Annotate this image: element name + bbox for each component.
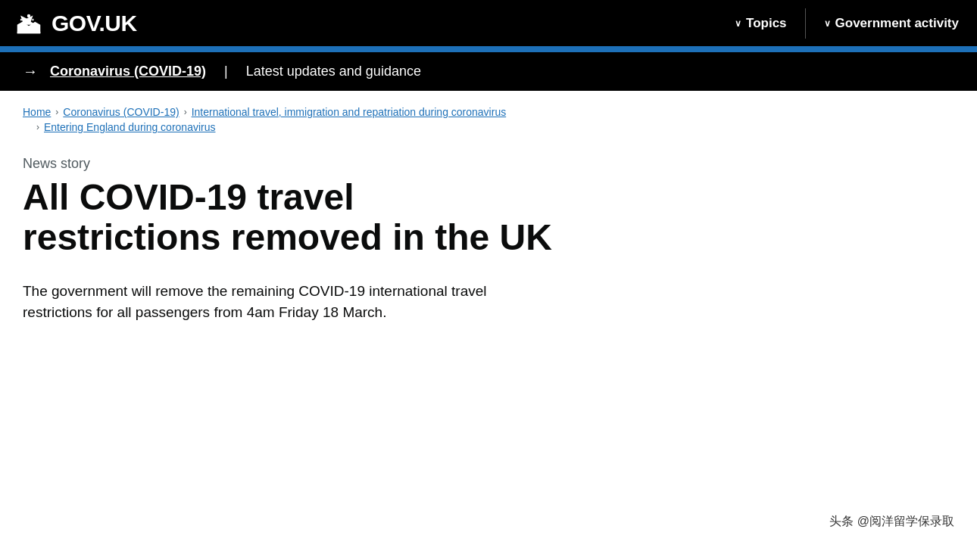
banner-divider: |	[224, 64, 228, 79]
breadcrumb-row-1: Home › Coronavirus (COVID-19) › Internat…	[23, 106, 659, 118]
svg-rect-1	[17, 31, 41, 33]
blue-accent-bar	[0, 46, 977, 52]
gov-activity-label: Government activity	[835, 16, 959, 31]
site-header: GOV.UK ∨ Topics ∨ Government activity	[0, 0, 977, 46]
main-content: Home › Coronavirus (COVID-19) › Internat…	[0, 91, 682, 354]
article-body: The government will remove the remaining…	[23, 281, 538, 324]
gov-activity-nav-item[interactable]: ∨ Government activity	[821, 10, 962, 37]
nav-divider	[805, 8, 806, 39]
breadcrumb-chevron-3: ›	[36, 122, 39, 132]
site-title: GOV.UK	[52, 11, 137, 36]
topics-label: Topics	[746, 16, 787, 31]
covid-banner-link[interactable]: Coronavirus (COVID-19)	[50, 64, 206, 79]
breadcrumb-home[interactable]: Home	[23, 106, 51, 118]
crown-icon	[15, 10, 42, 37]
topics-nav-item[interactable]: ∨ Topics	[732, 10, 790, 37]
breadcrumb-chevron-2: ›	[184, 107, 187, 117]
svg-point-0	[27, 14, 30, 17]
breadcrumb-entering[interactable]: Entering England during coronavirus	[44, 121, 215, 133]
topics-chevron-icon: ∨	[735, 18, 741, 29]
breadcrumb-chevron-1: ›	[55, 107, 58, 117]
breadcrumb-travel[interactable]: International travel, immigration and re…	[192, 106, 507, 118]
article-news-label: News story	[23, 156, 659, 172]
header-logo-group: GOV.UK	[15, 10, 137, 37]
gov-activity-chevron-icon: ∨	[824, 18, 831, 29]
banner-description: Latest updates and guidance	[246, 64, 421, 79]
breadcrumb-covid[interactable]: Coronavirus (COVID-19)	[63, 106, 179, 118]
article-title: All COVID-19 travel restrictions removed…	[23, 178, 553, 258]
breadcrumb-row-2: › Entering England during coronavirus	[35, 121, 659, 133]
covid-banner: → Coronavirus (COVID-19) | Latest update…	[0, 52, 977, 91]
header-nav: ∨ Topics ∨ Government activity	[732, 8, 962, 39]
breadcrumb: Home › Coronavirus (COVID-19) › Internat…	[23, 106, 659, 133]
banner-arrow-icon: →	[23, 63, 38, 80]
watermark: 头条 @阅洋留学保录取	[829, 514, 954, 530]
